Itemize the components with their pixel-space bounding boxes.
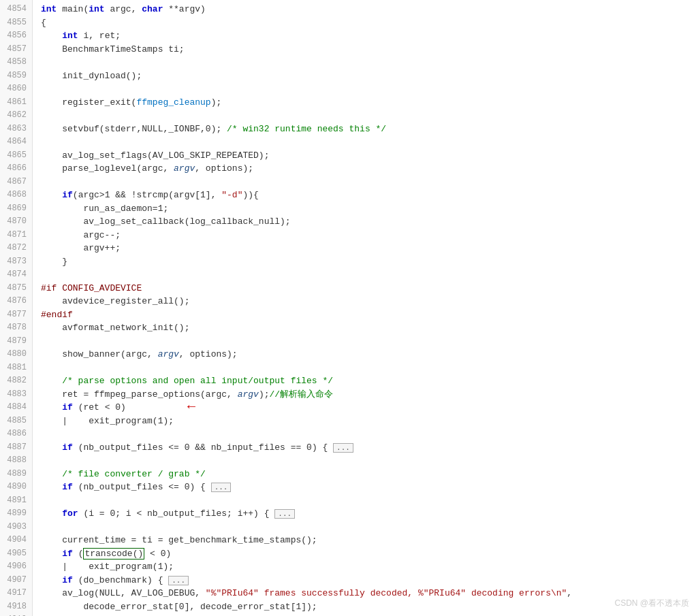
code-line: for (i = 0; i < nb_output_files; i++) { … <box>41 507 696 521</box>
line-number: 4880 <box>3 348 27 361</box>
line-number: 4879 <box>3 335 27 348</box>
line-number: 4859 <box>3 69 27 83</box>
code-line <box>41 361 696 375</box>
line-number: 4886 <box>3 427 27 441</box>
code-line: argc--; <box>41 229 696 242</box>
line-number: 4903 <box>3 521 27 534</box>
line-number: 4876 <box>3 295 27 308</box>
code-line: BenchmarkTimeStamps ti; <box>41 43 696 56</box>
code-line: /* parse options and open all input/outp… <box>41 374 696 388</box>
code-line <box>41 494 696 508</box>
code-line: if (nb_output_files <= 0 && nb_input_fil… <box>41 441 696 455</box>
line-number: 4889 <box>3 468 27 481</box>
code-line <box>41 56 696 69</box>
code-line <box>41 454 696 468</box>
line-number: 4855 <box>3 16 27 30</box>
code-line <box>41 109 696 123</box>
line-number: 4885 <box>3 415 27 428</box>
code-line: | exit_program(1); <box>41 560 696 574</box>
line-number: 4873 <box>3 255 27 269</box>
line-number: 4863 <box>3 123 27 136</box>
code-line: parse_loglevel(argc, argv, options); <box>41 162 696 176</box>
line-number: 4865 <box>3 149 27 163</box>
code-line: current_time = ti = get_benchmark_time_s… <box>41 534 696 547</box>
line-number: 4857 <box>3 43 27 56</box>
watermark: CSDN @看不透本质 <box>614 597 689 609</box>
code-line: if (transcode() < 0) <box>41 547 696 561</box>
line-number: 4871 <box>3 229 27 242</box>
line-number: 4881 <box>3 361 27 375</box>
code-line: av_log(NULL, AV_LOG_DEBUG, "%"PRIu64" fr… <box>41 587 696 600</box>
line-number: 4856 <box>3 29 27 43</box>
line-number: 4917 <box>3 587 27 600</box>
red-arrow-annotation: ← <box>187 400 195 414</box>
line-number: 4918 <box>3 600 27 614</box>
line-number: 4875 <box>3 282 27 295</box>
code-line: show_banner(argc, argv, options); <box>41 348 696 361</box>
line-number: 4874 <box>3 268 27 282</box>
code-line: av_log_set_callback(log_callback_null); <box>41 215 696 229</box>
line-number: 4854 <box>3 3 27 16</box>
line-number: 4919 <box>3 613 27 616</box>
line-number: 4864 <box>3 135 27 149</box>
line-number: 4888 <box>3 454 27 468</box>
code-line <box>41 135 696 149</box>
code-line <box>41 176 696 189</box>
line-number: 4887 <box>3 441 27 455</box>
line-number: 4869 <box>3 202 27 216</box>
code-line: #if CONFIG_AVDEVICE <box>41 282 696 295</box>
line-number: 4872 <box>3 242 27 255</box>
code-line: avformat_network_init(); <box>41 321 696 335</box>
line-number: 4860 <box>3 82 27 96</box>
code-line: int i, ret; <box>41 29 696 43</box>
line-number: 4905 <box>3 547 27 561</box>
line-number: 4882 <box>3 374 27 388</box>
code-line: } <box>41 255 696 269</box>
code-line: ret = ffmpeg_parse_options(argc, argv);/… <box>41 388 696 402</box>
line-number: 4890 <box>3 481 27 494</box>
code-line: decode_error_stat[0], decode_error_stat[… <box>41 600 696 614</box>
code-line: avdevice_register_all(); <box>41 295 696 308</box>
line-number: 4858 <box>3 56 27 69</box>
code-line: run_as_daemon=1; <box>41 202 696 216</box>
code-line <box>41 427 696 441</box>
line-number: 4907 <box>3 574 27 587</box>
code-line: | exit_program(1); <box>41 415 696 428</box>
line-number: 4904 <box>3 534 27 547</box>
code-line: #endif <box>41 308 696 322</box>
code-line: av_log_set_flags(AV_LOG_SKIP_REPEATED); <box>41 149 696 163</box>
line-number: 4870 <box>3 215 27 229</box>
code-line: /* file converter / grab */ <box>41 468 696 481</box>
code-line: if(argc>1 && !strcmp(argv[1], "-d")){ <box>41 189 696 202</box>
code-line: if (do_benchmark) { ... <box>41 574 696 587</box>
code-viewer: 4854485548564857485848594860486148624863… <box>0 0 696 616</box>
line-number: 4878 <box>3 321 27 335</box>
code-line: int main(int argc, char **argv) <box>41 3 696 16</box>
code-line: { <box>41 16 696 30</box>
line-number: 4899 <box>3 507 27 521</box>
line-number: 4891 <box>3 494 27 508</box>
code-line <box>41 268 696 282</box>
code-line: init_dynload(); <box>41 69 696 83</box>
line-number: 4877 <box>3 308 27 322</box>
line-number: 4883 <box>3 388 27 402</box>
highlighted-function: transcode() <box>83 548 144 560</box>
line-number: 4868 <box>3 189 27 202</box>
line-number: 4884 <box>3 401 27 415</box>
code-line: setvbuf(stderr,NULL,_IONBF,0); /* win32 … <box>41 123 696 136</box>
code-line: argv++; <box>41 242 696 255</box>
code-line <box>41 335 696 348</box>
code-line: if (nb_output_files <= 0) { ... <box>41 481 696 494</box>
line-number: 4862 <box>3 109 27 123</box>
code-line <box>41 521 696 534</box>
code-line: if (ret < 0)← <box>41 401 696 415</box>
line-number: 4861 <box>3 96 27 110</box>
line-number: 4866 <box>3 162 27 176</box>
code-line: if ((decode_error_stat[0] + decode_error… <box>41 613 696 616</box>
code-line: register_exit(ffmpeg_cleanup); <box>41 96 696 110</box>
code-area[interactable]: int main(int argc, char **argv){ int i, … <box>33 0 696 616</box>
line-numbers: 4854485548564857485848594860486148624863… <box>0 0 33 616</box>
code-line <box>41 82 696 96</box>
line-number: 4906 <box>3 560 27 574</box>
line-number: 4867 <box>3 176 27 189</box>
